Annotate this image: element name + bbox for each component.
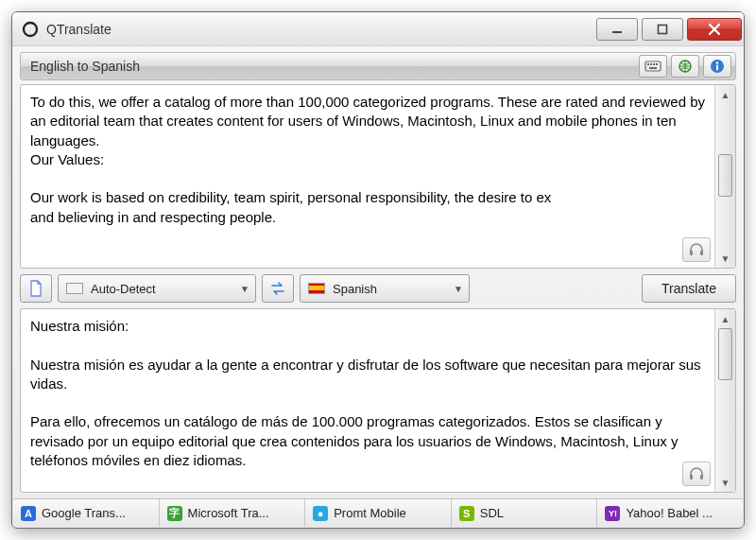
service-label: Microsoft Tra... bbox=[188, 506, 269, 520]
scroll-down-icon[interactable]: ▼ bbox=[718, 475, 733, 490]
svg-rect-5 bbox=[650, 63, 652, 65]
scroll-down-icon[interactable]: ▼ bbox=[718, 251, 733, 266]
svg-point-11 bbox=[716, 61, 718, 63]
svg-point-0 bbox=[24, 23, 37, 36]
service-icon: Y! bbox=[605, 506, 620, 521]
service-icon: ● bbox=[313, 506, 328, 521]
headphones-icon bbox=[688, 466, 705, 481]
source-flag-icon bbox=[66, 283, 83, 294]
scroll-thumb[interactable] bbox=[718, 154, 732, 197]
svg-rect-4 bbox=[647, 63, 649, 65]
info-button[interactable] bbox=[703, 55, 731, 78]
service-label: Yahoo! Babel ... bbox=[626, 506, 713, 520]
history-button[interactable] bbox=[671, 55, 699, 78]
service-label: Promt Mobile bbox=[334, 506, 406, 520]
service-tab-yahoo[interactable]: Y! Yahoo! Babel ... bbox=[597, 499, 743, 527]
headphones-icon bbox=[688, 242, 705, 257]
titlebar: QTranslate bbox=[12, 12, 744, 46]
maximize-button[interactable] bbox=[642, 18, 683, 41]
target-scrollbar[interactable]: ▲ ▼ bbox=[714, 309, 735, 492]
keyboard-button[interactable] bbox=[639, 55, 667, 78]
app-icon bbox=[22, 21, 39, 38]
speak-source-button[interactable] bbox=[682, 237, 711, 262]
translate-button[interactable]: Translate bbox=[642, 274, 736, 303]
translate-button-label: Translate bbox=[662, 281, 716, 296]
svg-rect-7 bbox=[656, 63, 658, 65]
chevron-down-icon: ▼ bbox=[240, 284, 249, 294]
target-flag-icon bbox=[308, 283, 325, 294]
scroll-up-icon[interactable]: ▲ bbox=[718, 311, 733, 326]
speak-target-button[interactable] bbox=[682, 462, 711, 486]
scroll-thumb[interactable] bbox=[718, 328, 732, 380]
svg-rect-8 bbox=[649, 67, 657, 69]
control-row: Auto-Detect ▼ Spanish ▼ Translate bbox=[20, 274, 736, 303]
minimize-button[interactable] bbox=[596, 18, 638, 41]
swap-languages-button[interactable] bbox=[262, 274, 294, 303]
svg-rect-14 bbox=[700, 251, 703, 255]
service-label: SDL bbox=[480, 506, 504, 520]
source-panel: To do this, we offer a catalog of more t… bbox=[20, 84, 736, 269]
svg-rect-3 bbox=[645, 61, 661, 71]
service-tab-google[interactable]: A Google Trans... bbox=[13, 499, 160, 527]
source-language-select[interactable]: Auto-Detect ▼ bbox=[58, 274, 256, 303]
new-doc-icon bbox=[28, 280, 43, 297]
globe-icon bbox=[678, 59, 693, 74]
window-controls bbox=[596, 17, 742, 41]
clear-button[interactable] bbox=[20, 274, 52, 303]
svg-rect-12 bbox=[716, 65, 718, 71]
info-icon bbox=[710, 59, 725, 74]
services-tabs: A Google Trans... 字 Microsoft Tra... ● P… bbox=[13, 498, 743, 527]
service-icon: 字 bbox=[167, 506, 182, 521]
service-tab-sdl[interactable]: S SDL bbox=[452, 499, 598, 527]
source-scrollbar[interactable]: ▲ ▼ bbox=[714, 85, 735, 268]
source-language-label: Auto-Detect bbox=[91, 282, 156, 296]
svg-rect-6 bbox=[653, 63, 655, 65]
service-label: Google Trans... bbox=[42, 506, 126, 520]
svg-rect-2 bbox=[659, 26, 667, 34]
svg-rect-16 bbox=[700, 475, 703, 479]
svg-rect-1 bbox=[612, 31, 622, 33]
target-language-select[interactable]: Spanish ▼ bbox=[300, 274, 470, 303]
svg-rect-13 bbox=[690, 251, 693, 255]
chevron-down-icon: ▼ bbox=[454, 284, 463, 294]
target-textarea[interactable]: Nuestra misión: Nuestra misión es ayudar… bbox=[21, 309, 714, 492]
target-panel: Nuestra misión: Nuestra misión es ayudar… bbox=[20, 308, 736, 493]
service-tab-promt[interactable]: ● Promt Mobile bbox=[305, 499, 452, 527]
service-icon: S bbox=[459, 506, 474, 521]
service-tab-microsoft[interactable]: 字 Microsoft Tra... bbox=[160, 499, 306, 527]
service-icon: A bbox=[21, 506, 36, 521]
swap-icon bbox=[269, 281, 286, 296]
close-button[interactable] bbox=[687, 18, 742, 41]
language-pair-label: English to Spanish bbox=[30, 59, 140, 74]
scroll-up-icon[interactable]: ▲ bbox=[718, 87, 733, 102]
keyboard-icon bbox=[644, 60, 662, 73]
target-language-label: Spanish bbox=[333, 282, 377, 296]
source-textarea[interactable]: To do this, we offer a catalog of more t… bbox=[21, 85, 714, 268]
svg-rect-15 bbox=[690, 475, 693, 479]
app-window: QTranslate English to Spanish To bbox=[11, 11, 745, 529]
app-title: QTranslate bbox=[46, 22, 112, 37]
language-header: English to Spanish bbox=[20, 52, 736, 80]
